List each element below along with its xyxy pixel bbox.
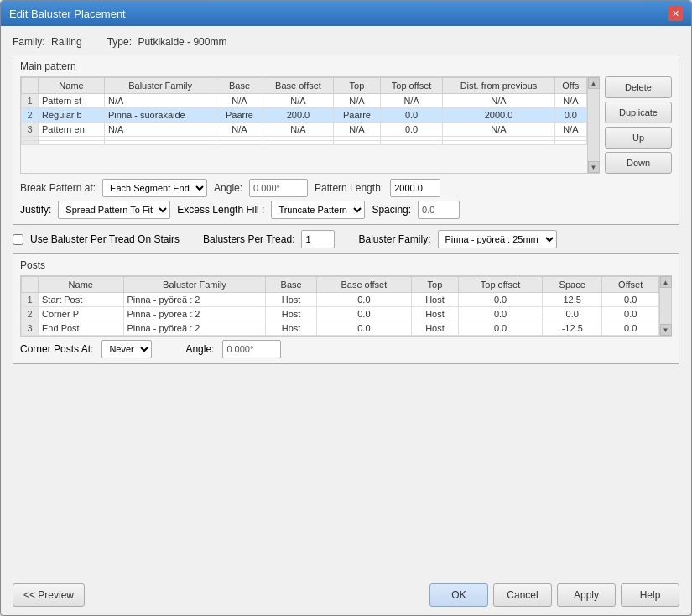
posts-table: Name Baluster Family Base Base offset To…	[21, 276, 659, 336]
main-table-scrollbar[interactable]: ▲ ▼	[587, 77, 599, 173]
posts-col-space: Space	[543, 277, 602, 293]
row-3-offs: N/A	[554, 123, 586, 137]
posts-col-top-offset: Top offset	[458, 277, 542, 293]
row-1-offs: N/A	[554, 94, 586, 108]
col-num-header	[22, 78, 39, 94]
row-2-base: Paarre	[216, 108, 263, 123]
table-row[interactable]: 1 Pattern st N/A N/A N/A N/A N/A N/A N/A	[22, 94, 587, 108]
cancel-button[interactable]: Cancel	[493, 583, 552, 607]
bottom-right-buttons: OK Cancel Apply Help	[429, 583, 679, 607]
preview-button[interactable]: << Preview	[13, 583, 85, 607]
close-button[interactable]: ✕	[668, 6, 683, 21]
family-row: Family: Railing Type: Putkikaide - 900mm	[13, 34, 679, 50]
justify-label: Justify:	[20, 204, 51, 216]
main-pattern-table: Name Baluster Family Base Base offset To…	[21, 77, 587, 145]
corner-posts-row: Corner Posts At: Never Angle:	[20, 340, 672, 358]
dialog-title: Edit Baluster Placement	[9, 8, 126, 20]
row-2-num: 2	[22, 108, 39, 123]
duplicate-button[interactable]: Duplicate	[605, 102, 672, 123]
help-button[interactable]: Help	[621, 583, 679, 607]
pattern-length-label: Pattern Length:	[315, 182, 383, 194]
posts-scroll-up[interactable]: ▲	[660, 276, 672, 288]
down-button[interactable]: Down	[605, 152, 672, 174]
excess-select[interactable]: Truncate Pattern	[271, 201, 365, 219]
main-table-with-scroll: Name Baluster Family Base Base offset To…	[20, 76, 600, 174]
table-row[interactable]: 3 Pattern en N/A N/A N/A N/A 0.0 N/A N/A	[22, 123, 587, 137]
main-pattern-title: Main pattern	[20, 60, 672, 72]
baluster-family-select[interactable]: Pinna - pyöreä : 25mm	[438, 230, 557, 248]
posts-scroll-down[interactable]: ▼	[660, 324, 672, 336]
posts-col-offset: Offset	[602, 277, 659, 293]
ok-button[interactable]: OK	[429, 583, 488, 607]
row-3-top: N/A	[334, 123, 381, 137]
post-row-3-top-offset: 0.0	[458, 321, 542, 336]
post-row-1-name: Start Post	[39, 293, 124, 307]
angle-label: Angle:	[214, 182, 242, 194]
type-value: Putkikaide - 900mm	[138, 36, 226, 48]
spacing-label: Spacing:	[372, 204, 411, 216]
per-tread-input[interactable]	[301, 230, 335, 248]
main-table-inner: Name Baluster Family Base Base offset To…	[21, 77, 587, 173]
up-button[interactable]: Up	[605, 127, 672, 149]
scroll-up-arrow[interactable]: ▲	[588, 77, 600, 89]
post-row-2-top: Host	[411, 307, 458, 321]
posts-table-row[interactable]: 1 Start Post Pinna - pyöreä : 2 Host 0.0…	[22, 293, 659, 307]
use-baluster-checkbox[interactable]	[13, 234, 23, 245]
row-3-family: N/A	[105, 123, 216, 137]
row-3-base-offset: N/A	[263, 123, 333, 137]
posts-col-num	[22, 277, 39, 293]
row-3-dist: N/A	[443, 123, 554, 137]
col-base-header: Base	[216, 78, 263, 94]
post-row-2-top-offset: 0.0	[458, 307, 542, 321]
family-value: Railing	[51, 36, 82, 48]
post-row-3-offset: 0.0	[602, 321, 659, 336]
post-row-3-base: Host	[266, 321, 316, 336]
apply-button[interactable]: Apply	[557, 583, 616, 607]
post-row-2-base: Host	[266, 307, 316, 321]
row-2-offs: 0.0	[554, 108, 586, 123]
justify-row: Justify: Spread Pattern To Fit Excess Le…	[20, 201, 672, 219]
dialog-content: Family: Railing Type: Putkikaide - 900mm…	[1, 26, 691, 578]
row-1-base: N/A	[216, 94, 263, 108]
post-row-1-top: Host	[411, 293, 458, 307]
break-pattern-select[interactable]: Each Segment End	[102, 179, 207, 197]
corner-posts-select[interactable]: Never	[101, 340, 152, 358]
angle-input	[249, 179, 308, 197]
post-row-2-offset: 0.0	[602, 307, 659, 321]
baluster-family-label: Baluster Family:	[358, 233, 430, 245]
post-row-3-space: -12.5	[543, 321, 602, 336]
col-offs-header: Offs	[554, 78, 586, 94]
row-3-top-offset: 0.0	[380, 123, 443, 137]
posts-table-row[interactable]: 2 Corner P Pinna - pyöreä : 2 Host 0.0 H…	[22, 307, 659, 321]
family-label-group: Family: Railing	[13, 36, 82, 48]
posts-col-top: Top	[411, 277, 458, 293]
excess-label: Excess Length Fill :	[177, 204, 264, 216]
row-3-num: 3	[22, 123, 39, 137]
delete-button[interactable]: Delete	[605, 76, 672, 98]
posts-table-row[interactable]: 3 End Post Pinna - pyöreä : 2 Host 0.0 H…	[22, 321, 659, 336]
row-2-dist: 2000.0	[443, 108, 554, 123]
pattern-length-input[interactable]	[390, 179, 440, 197]
post-row-3-top: Host	[411, 321, 458, 336]
family-label: Family:	[13, 36, 45, 48]
posts-col-name: Name	[39, 277, 124, 293]
post-row-2-family: Pinna - pyöreä : 2	[123, 307, 266, 321]
row-3-base: N/A	[216, 123, 263, 137]
col-top-header: Top	[334, 78, 381, 94]
posts-table-scrollbar[interactable]: ▲ ▼	[659, 276, 671, 336]
post-row-1-top-offset: 0.0	[458, 293, 542, 307]
post-row-1-family: Pinna - pyöreä : 2	[123, 293, 266, 307]
posts-col-base: Base	[266, 277, 316, 293]
corner-angle-label: Angle:	[185, 343, 214, 355]
post-row-1-base-offset: 0.0	[316, 293, 411, 307]
corner-angle-input	[222, 340, 281, 358]
scroll-down-arrow[interactable]: ▼	[588, 161, 600, 173]
type-label: Type:	[107, 36, 132, 48]
justify-select[interactable]: Spread Pattern To Fit	[58, 201, 170, 219]
posts-table-with-scroll: Name Baluster Family Base Base offset To…	[20, 275, 672, 337]
posts-col-base-offset: Base offset	[316, 277, 411, 293]
table-row[interactable]: 2 Regular b Pinna - suorakaide Paarre 20…	[22, 108, 587, 123]
post-row-3-name: End Post	[39, 321, 124, 336]
row-2-top: Paarre	[334, 108, 381, 123]
row-3-name: Pattern en	[39, 123, 105, 137]
